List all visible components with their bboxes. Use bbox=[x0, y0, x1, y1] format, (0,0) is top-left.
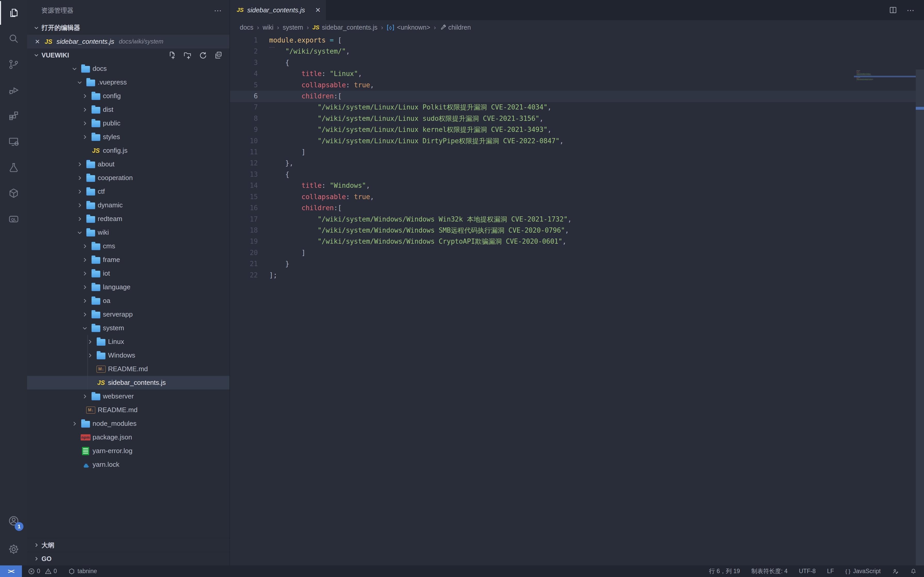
tree-item-config[interactable]: config bbox=[27, 89, 229, 103]
chevron-right-icon[interactable] bbox=[74, 189, 85, 195]
encoding[interactable]: UTF-8 bbox=[799, 568, 816, 575]
feedback-icon[interactable] bbox=[892, 568, 899, 575]
tree-item-readme-md[interactable]: M↓README.md bbox=[27, 403, 229, 417]
tree-item-linux[interactable]: Linux bbox=[27, 335, 229, 348]
chevron-right-icon[interactable] bbox=[85, 352, 95, 359]
code-line-9[interactable]: "/wiki/system/Linux/Linux kernel权限提升漏洞 C… bbox=[269, 124, 572, 135]
problems-status[interactable]: 0 0 bbox=[28, 568, 57, 575]
chevron-right-icon[interactable] bbox=[80, 284, 90, 290]
breadcrumb-item-sidebar-contents-js[interactable]: JSsidebar_contents.js bbox=[312, 24, 378, 31]
tree-item-yarn-error-log[interactable]: yarn-error.log bbox=[27, 444, 229, 458]
refresh-icon[interactable] bbox=[199, 51, 207, 60]
outline-section-header[interactable]: 大纲 bbox=[27, 538, 229, 552]
code-editor[interactable]: 12345678910111213141516171819202122 modu… bbox=[230, 35, 924, 566]
vertical-scrollbar[interactable] bbox=[916, 69, 924, 577]
settings-gear-icon[interactable] bbox=[0, 535, 27, 563]
code-line-3[interactable]: { bbox=[269, 57, 572, 68]
testing-icon[interactable] bbox=[0, 155, 27, 181]
chevron-down-icon[interactable] bbox=[74, 229, 85, 236]
minimap[interactable]: module.exports = [ "/wiki/system/", { ti… bbox=[854, 69, 916, 577]
tree-item-language[interactable]: language bbox=[27, 280, 229, 294]
tab-close-icon[interactable]: ✕ bbox=[315, 6, 321, 14]
code-line-5[interactable]: collapsable: true, bbox=[269, 80, 572, 91]
code-line-22[interactable]: ]; bbox=[269, 270, 572, 281]
chevron-right-icon[interactable] bbox=[80, 271, 90, 277]
tree-item-docs[interactable]: docs bbox=[27, 62, 229, 76]
tree-item--vuepress[interactable]: .vuepress bbox=[27, 76, 229, 89]
code-line-11[interactable]: ] bbox=[269, 147, 572, 158]
chevron-right-icon[interactable] bbox=[80, 243, 90, 249]
breadcrumb-item-children[interactable]: children bbox=[439, 24, 471, 31]
tree-item-ctf[interactable]: ctf bbox=[27, 185, 229, 198]
tree-item-config-js[interactable]: JSconfig.js bbox=[27, 144, 229, 157]
tree-item-styles[interactable]: styles bbox=[27, 130, 229, 144]
search-icon[interactable] bbox=[0, 26, 27, 52]
remote-explorer-icon[interactable] bbox=[0, 129, 27, 155]
breadcrumb-item--unknown-[interactable]: [⬨]<unknown> bbox=[387, 24, 430, 31]
chevron-right-icon[interactable] bbox=[80, 106, 90, 113]
chevron-right-icon[interactable] bbox=[69, 421, 80, 427]
tree-item-serverapp[interactable]: serverapp bbox=[27, 308, 229, 321]
code-line-12[interactable]: }, bbox=[269, 158, 572, 169]
chevron-down-icon[interactable] bbox=[74, 79, 85, 85]
code-line-15[interactable]: collapsable: true, bbox=[269, 192, 572, 203]
remote-indicator[interactable]: >< bbox=[0, 566, 22, 577]
notifications-bell-icon[interactable] bbox=[910, 568, 917, 575]
tree-item-system[interactable]: system bbox=[27, 321, 229, 335]
breadcrumb-item-system[interactable]: system bbox=[283, 24, 303, 31]
more-actions-icon[interactable]: ⋯ bbox=[907, 6, 915, 15]
tree-item-wiki[interactable]: wiki bbox=[27, 226, 229, 239]
code-line-17[interactable]: "/wiki/system/Windows/Windows Win32k 本地提… bbox=[269, 214, 572, 225]
chevron-down-icon[interactable] bbox=[80, 325, 90, 331]
new-folder-icon[interactable] bbox=[183, 51, 192, 60]
tree-item-iot[interactable]: iot bbox=[27, 267, 229, 280]
tree-item-readme-md[interactable]: M↓README.md bbox=[27, 362, 229, 376]
package-icon[interactable] bbox=[0, 181, 27, 206]
new-file-icon[interactable] bbox=[168, 51, 176, 60]
chevron-right-icon[interactable] bbox=[80, 134, 90, 140]
tabnine-status[interactable]: tabnine bbox=[68, 568, 97, 575]
tab-sidebar-contents[interactable]: JS sidebar_contents.js ✕ bbox=[230, 0, 326, 20]
code-line-14[interactable]: title: "Windows", bbox=[269, 180, 572, 191]
code-line-16[interactable]: children:[ bbox=[269, 203, 572, 214]
open-editor-item[interactable]: ✕ JS sidebar_contents.js docs/wiki/syste… bbox=[27, 35, 229, 48]
tree-item-yarn-lock[interactable]: yarn.lock bbox=[27, 458, 229, 471]
cursor-position[interactable]: 行 6，列 19 bbox=[709, 567, 740, 575]
code-line-4[interactable]: title: "Linux", bbox=[269, 68, 572, 79]
tree-item-dist[interactable]: dist bbox=[27, 103, 229, 116]
chevron-right-icon[interactable] bbox=[74, 216, 85, 222]
codeql-icon[interactable]: QL bbox=[0, 206, 27, 232]
line-number-gutter[interactable]: 12345678910111213141516171819202122 bbox=[230, 35, 269, 281]
split-editor-icon[interactable] bbox=[888, 6, 897, 15]
indent-setting[interactable]: 制表符长度: 4 bbox=[751, 567, 788, 575]
code-line-2[interactable]: "/wiki/system/", bbox=[269, 46, 572, 57]
tree-item-about[interactable]: about bbox=[27, 157, 229, 171]
code-line-8[interactable]: "/wiki/system/Linux/Linux sudo权限提升漏洞 CVE… bbox=[269, 113, 572, 124]
go-section-header[interactable]: GO bbox=[27, 552, 229, 566]
tree-item-public[interactable]: public bbox=[27, 116, 229, 130]
eol-setting[interactable]: LF bbox=[827, 568, 834, 575]
breadcrumb-item-wiki[interactable]: wiki bbox=[263, 24, 273, 31]
chevron-right-icon[interactable] bbox=[80, 120, 90, 126]
tree-item-webserver[interactable]: webserver bbox=[27, 390, 229, 403]
chevron-right-icon[interactable] bbox=[80, 311, 90, 318]
tree-item-oa[interactable]: oa bbox=[27, 294, 229, 308]
chevron-right-icon[interactable] bbox=[74, 161, 85, 168]
code-line-6[interactable]: children:[ bbox=[269, 91, 572, 102]
explorer-icon[interactable] bbox=[0, 0, 27, 26]
project-section-header[interactable]: VUEWIKI bbox=[27, 48, 229, 62]
account-icon[interactable]: 1 bbox=[0, 507, 27, 535]
open-editors-header[interactable]: 打开的编辑器 bbox=[27, 21, 229, 35]
tree-item-cooperation[interactable]: cooperation bbox=[27, 171, 229, 185]
code-line-20[interactable]: ] bbox=[269, 247, 572, 258]
chevron-right-icon[interactable] bbox=[74, 175, 85, 181]
code-line-10[interactable]: "/wiki/system/Linux/Linux DirtyPipe权限提升漏… bbox=[269, 135, 572, 147]
extensions-icon[interactable] bbox=[0, 103, 27, 129]
chevron-right-icon[interactable] bbox=[80, 93, 90, 99]
breadcrumb-item-docs[interactable]: docs bbox=[240, 24, 254, 31]
language-mode[interactable]: { } JavaScript bbox=[845, 568, 881, 575]
chevron-down-icon[interactable] bbox=[69, 66, 80, 72]
tree-item-cms[interactable]: cms bbox=[27, 239, 229, 253]
source-control-icon[interactable] bbox=[0, 52, 27, 77]
chevron-right-icon[interactable] bbox=[80, 298, 90, 304]
